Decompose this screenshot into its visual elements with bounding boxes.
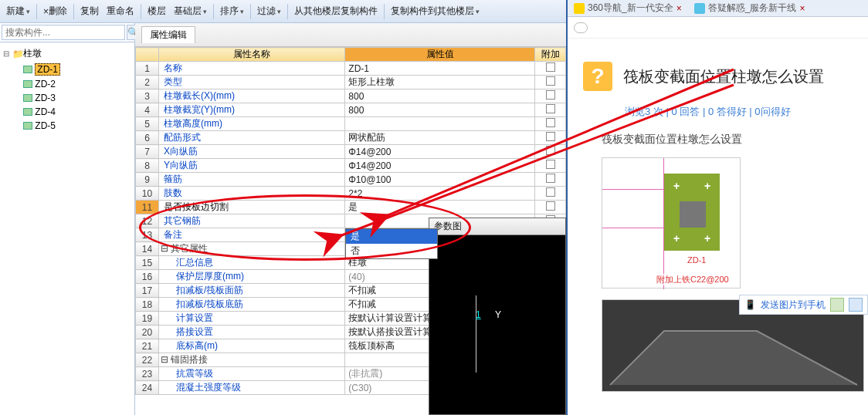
property-extra-cell[interactable] — [535, 89, 566, 103]
save-icon[interactable] — [849, 298, 863, 312]
property-row[interactable]: 8Y向纵筋Φ14@200 — [136, 159, 566, 173]
browser-tab-1[interactable]: 360导航_新一代安全 × — [571, 2, 685, 15]
sort-button[interactable]: 排序 — [217, 3, 247, 19]
property-row[interactable]: 11是否按板边切割是 — [136, 201, 566, 214]
property-value-cell[interactable]: Φ14@200 — [345, 159, 535, 173]
property-name-cell[interactable]: 汇总信息 — [159, 256, 345, 270]
cloud-icon[interactable] — [574, 22, 588, 33]
search-input[interactable] — [2, 25, 125, 40]
property-name-cell[interactable]: 计算设置 — [159, 312, 345, 326]
property-name-cell[interactable]: 类型 — [159, 76, 345, 89]
property-value-cell[interactable]: 2*2 — [345, 187, 535, 201]
property-name-cell[interactable]: X向纵筋 — [159, 145, 345, 159]
property-extra-cell[interactable] — [535, 131, 566, 145]
delete-button[interactable]: × 删除 — [40, 3, 70, 19]
tree-item-zd3[interactable]: ZD-3 — [3, 91, 131, 105]
tree-item-zd1[interactable]: ZD-1 — [3, 62, 131, 77]
property-name-cell[interactable]: 底标高(m) — [159, 339, 345, 353]
copy-button[interactable]: 复制 — [77, 3, 102, 19]
property-value-cell[interactable]: 800 — [345, 103, 535, 117]
property-extra-cell[interactable] — [535, 117, 566, 131]
property-value-cell[interactable]: 网状配筋 — [345, 131, 535, 145]
property-name-cell[interactable]: 扣减板/筏板底筋 — [159, 298, 345, 312]
property-name-cell[interactable]: 肢数 — [159, 187, 345, 201]
property-value-cell[interactable]: Φ10@100 — [345, 173, 535, 187]
property-row[interactable]: 10肢数2*2 — [136, 187, 566, 201]
property-row[interactable]: 2类型矩形上柱墩 — [136, 76, 566, 89]
property-name-cell[interactable]: 抗震等级 — [159, 367, 345, 381]
rename-button[interactable]: 重命名 — [103, 3, 137, 19]
copy-from-other-button[interactable]: 从其他楼层复制构件 — [291, 3, 381, 19]
property-value-cell[interactable]: 是 — [345, 201, 535, 214]
tree-item-zd2[interactable]: ZD-2 — [3, 77, 131, 91]
property-value-cell[interactable] — [345, 117, 535, 131]
new-button[interactable]: 新建 — [3, 3, 33, 19]
send-to-phone-bar[interactable]: 📱 发送图片到手机 — [739, 295, 868, 315]
property-name-cell[interactable]: 柱墩截长(X)(mm) — [159, 89, 345, 103]
property-name-cell[interactable]: 扣减板/筏板面筋 — [159, 284, 345, 298]
checkbox[interactable] — [546, 146, 555, 155]
checkbox[interactable] — [546, 174, 555, 183]
property-extra-cell[interactable] — [535, 62, 566, 76]
checkbox[interactable] — [546, 132, 555, 141]
property-name-cell[interactable]: 其它钢筋 — [159, 214, 345, 228]
collapse-icon[interactable]: ⊟ — [161, 354, 171, 365]
expand-icon[interactable] — [830, 298, 844, 312]
property-row[interactable]: 7X向纵筋Φ14@200 — [136, 145, 566, 159]
property-extra-cell[interactable] — [535, 103, 566, 117]
tree-item-zd5[interactable]: ZD-5 — [3, 119, 131, 133]
checkbox[interactable] — [546, 118, 555, 127]
checkbox[interactable] — [546, 160, 555, 169]
close-icon[interactable]: × — [676, 3, 682, 14]
property-name-cell[interactable]: 箍筋 — [159, 173, 345, 187]
property-row[interactable]: 6配筋形式网状配筋 — [136, 131, 566, 145]
checkbox[interactable] — [546, 104, 555, 113]
property-row[interactable]: 1名称ZD-1 — [136, 62, 566, 76]
property-name-cell[interactable]: Y向纵筋 — [159, 159, 345, 173]
filter-button[interactable]: 过滤 — [254, 3, 284, 19]
browser-tab-2[interactable]: 答疑解惑_服务新干线 × — [691, 2, 809, 15]
property-name-cell[interactable]: ⊟ 锚固搭接 — [159, 353, 345, 367]
attachment-thumbnail-1[interactable]: + + + + ZD-1 附加上铁C22@200 — [602, 157, 741, 288]
property-name-cell[interactable]: 混凝土强度等级 — [159, 381, 345, 395]
property-value-cell[interactable]: 矩形上柱墩 — [345, 76, 535, 89]
property-row[interactable]: 3柱墩截长(X)(mm)800 — [136, 89, 566, 103]
close-icon[interactable]: × — [799, 3, 805, 14]
property-extra-cell[interactable] — [535, 76, 566, 89]
property-extra-cell[interactable] — [535, 173, 566, 187]
dropdown-option[interactable]: 是 — [346, 229, 437, 244]
checkbox[interactable] — [546, 62, 555, 72]
property-extra-cell[interactable] — [535, 159, 566, 173]
property-value-cell[interactable]: 800 — [345, 89, 535, 103]
property-name-cell[interactable]: 配筋形式 — [159, 131, 345, 145]
floor-select[interactable]: 基础层 — [171, 3, 210, 19]
property-row[interactable]: 9箍筋Φ10@100 — [136, 173, 566, 187]
dropdown-list[interactable]: 是否 — [345, 228, 438, 259]
property-name-cell[interactable]: 柱墩截宽(Y)(mm) — [159, 103, 345, 117]
collapse-icon[interactable]: ⊟ — [161, 243, 171, 254]
property-name-cell[interactable]: 备注 — [159, 228, 345, 242]
property-name-cell[interactable]: 是否按板边切割 — [159, 201, 345, 214]
property-row[interactable]: 4柱墩截宽(Y)(mm)800 — [136, 103, 566, 117]
checkbox[interactable] — [546, 201, 555, 211]
collapse-icon[interactable]: ⊟ — [3, 49, 12, 58]
checkbox[interactable] — [546, 90, 555, 100]
property-extra-cell[interactable] — [535, 187, 566, 201]
checkbox[interactable] — [546, 187, 555, 197]
property-row[interactable]: 5柱墩高度(mm) — [136, 117, 566, 131]
property-tab[interactable]: 属性编辑 — [141, 26, 195, 43]
tree-root[interactable]: ⊟ 📁 柱墩 — [3, 46, 131, 62]
property-name-cell[interactable]: 搭接设置 — [159, 326, 345, 339]
property-name-cell[interactable]: 保护层厚度(mm) — [159, 270, 345, 284]
property-value-cell[interactable]: Φ14@200 — [345, 145, 535, 159]
property-extra-cell[interactable] — [535, 201, 566, 214]
dropdown-option[interactable]: 否 — [346, 244, 437, 258]
property-name-cell[interactable]: 名称 — [159, 62, 345, 76]
checkbox[interactable] — [546, 76, 555, 86]
property-name-cell[interactable]: 柱墩高度(mm) — [159, 117, 345, 131]
property-name-cell[interactable]: ⊟ 其它属性 — [159, 242, 345, 256]
tree-item-zd4[interactable]: ZD-4 — [3, 105, 131, 119]
property-extra-cell[interactable] — [535, 145, 566, 159]
property-value-cell[interactable]: ZD-1 — [345, 62, 535, 76]
copy-to-other-button[interactable]: 复制构件到其他楼层 — [388, 3, 483, 19]
